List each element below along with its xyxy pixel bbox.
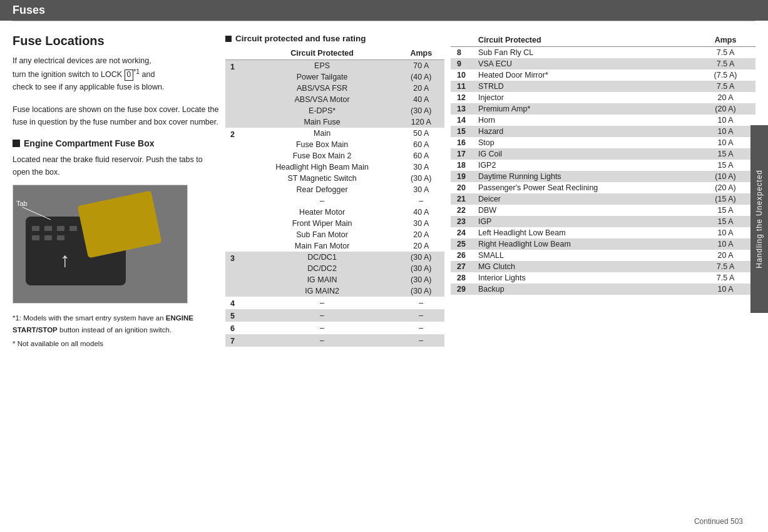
circuit-name: Front Wiper Main (247, 218, 398, 229)
svg-rect-9 (57, 235, 64, 240)
middle-column: Circuit protected and fuse rating Circui… (225, 34, 444, 352)
table-row: 4–– (225, 297, 444, 309)
circuit-amps: 7.5 A (695, 272, 755, 284)
circuit-name: – (247, 334, 398, 347)
right-col-amps: Amps (695, 34, 755, 47)
fuse-number: 23 (451, 216, 472, 227)
fuse-number: 20 (451, 182, 472, 193)
fuse-number: 15 (451, 126, 472, 137)
circuit-name: – (247, 297, 398, 309)
fuse-number: 9 (451, 58, 472, 69)
circuit-name: Main (247, 128, 398, 139)
fuse-number: 1 (225, 60, 247, 128)
circuit-name: IGP2 (472, 160, 695, 171)
footer-text: Continued 503 (694, 517, 743, 526)
circuit-amps: 10 A (695, 115, 755, 126)
right-col-circuit: Circuit Protected (472, 34, 695, 47)
fuse-number: 5 (225, 309, 247, 322)
circuit-name: Sub Fan Motor (247, 229, 398, 240)
circuit-name: IG Coil (472, 148, 695, 160)
circuit-name: Heater Motor (247, 207, 398, 218)
intro-line3: and (142, 70, 155, 79)
intro-paragraph: If any electrical devices are not workin… (13, 54, 219, 93)
circuit-name: Stop (472, 137, 695, 148)
table-row: 28Interior Lights7.5 A (451, 272, 755, 284)
fuse-number: 2 (225, 128, 247, 252)
circuit-amps: 15 A (695, 216, 755, 227)
table-row: 7–– (225, 334, 444, 347)
fuse-number: 25 (451, 238, 472, 250)
fuse-number: 16 (451, 137, 472, 148)
table-row: 16Stop10 A (451, 137, 755, 148)
intro-line2: turn the ignition switch to LOCK (13, 70, 122, 79)
circuit-name: Fuse Box Main 2 (247, 150, 398, 161)
svg-rect-4 (44, 226, 52, 231)
fuse-number: 6 (225, 322, 247, 334)
table-row: Sub Fan Motor20 A (225, 229, 444, 240)
fuse-number: 10 (451, 69, 472, 81)
circuit-name: DBW (472, 205, 695, 216)
circuit-name: ST Magnetic Switch (247, 173, 398, 184)
fuse-number: 29 (451, 284, 472, 295)
circuit-name: – (247, 322, 398, 334)
sidebar-text: Handling the Unexpected (755, 170, 764, 269)
circuit-amps: 7.5 A (695, 81, 755, 92)
circuit-name: MG Clutch (472, 261, 695, 272)
table-row: 25Right Headlight Low Beam10 A (451, 238, 755, 250)
fuse-number: 17 (451, 148, 472, 160)
circuit-name: Right Headlight Low Beam (472, 238, 695, 250)
fuse-number: 3 (225, 252, 247, 297)
fuse-number: 27 (451, 261, 472, 272)
table-row: ST Magnetic Switch(30 A) (225, 173, 444, 184)
circuit-name: Power Tailgate (247, 71, 398, 83)
intro-line4: check to see if any applicable fuse is b… (13, 83, 165, 91)
circuit-amps: 40 A (398, 207, 445, 218)
circuit-amps: 15 A (695, 205, 755, 216)
circuit-amps: 30 A (398, 218, 445, 229)
circuit-name: Rear Defogger (247, 184, 398, 195)
circuit-name: IGP (472, 216, 695, 227)
circuit-amps: 10 A (695, 284, 755, 295)
footnote-2: * Not available on all models (13, 338, 219, 349)
svg-text:↑: ↑ (60, 248, 70, 271)
table-row: DC/DC2(30 A) (225, 263, 444, 274)
circuit-amps: 20 A (398, 83, 445, 94)
circuit-name: Backup (472, 284, 695, 295)
circuit-name: Main Fan Motor (247, 240, 398, 252)
circuit-name: – (247, 195, 398, 207)
fuse-number: 28 (451, 272, 472, 284)
fuse-number: 13 (451, 103, 472, 115)
circuit-name: ABS/VSA FSR (247, 83, 398, 94)
fuse-number: 26 (451, 250, 472, 261)
right-col-num (451, 34, 472, 47)
table-row: E-DPS*(30 A) (225, 105, 444, 116)
table-row: 3DC/DC1(30 A) (225, 252, 444, 263)
circuit-name: Interior Lights (472, 272, 695, 284)
circuit-name: Deicer (472, 193, 695, 205)
circuit-name: VSA ECU (472, 58, 695, 69)
fuse-locations-text: Fuse locations are shown on the fuse box… (13, 103, 219, 128)
circuit-amps: 15 A (695, 148, 755, 160)
table-row: Power Tailgate(40 A) (225, 71, 444, 83)
col-num (225, 47, 247, 60)
circuit-amps: 30 A (398, 184, 445, 195)
engine-box-desc: Located near the brake fluid reservoir. … (13, 153, 219, 178)
table-row: 13Premium Amp*(20 A) (451, 103, 755, 115)
fuse-number: 19 (451, 171, 472, 182)
sidebar-tab: Handling the Unexpected (750, 125, 768, 313)
circuit-name: Horn (472, 115, 695, 126)
table-row: Fuse Box Main 260 A (225, 150, 444, 161)
fuse-table-header: Circuit Protected Amps (225, 47, 444, 60)
circuit-amps: 50 A (398, 128, 445, 139)
circuit-name: ABS/VSA Motor (247, 94, 398, 105)
circuit-name: Passenger's Power Seat Reclining (472, 182, 695, 193)
circuit-amps: (7.5 A) (695, 69, 755, 81)
circuit-name: Sub Fan Rly CL (472, 47, 695, 59)
table-row: 14Horn10 A (451, 115, 755, 126)
page-footer: Continued 503 (694, 517, 743, 526)
circuit-name: SMALL (472, 250, 695, 261)
table-row: 29Backup10 A (451, 284, 755, 295)
fuse-table: Circuit Protected Amps 1EPS70 APower Tai… (225, 47, 444, 347)
table-row: 2Main50 A (225, 128, 444, 139)
circuit-amps: (30 A) (398, 274, 445, 285)
